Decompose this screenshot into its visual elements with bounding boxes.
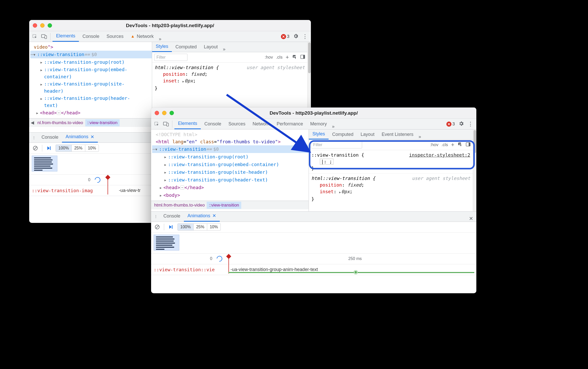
rule-source-link[interactable]: inspector-stylesheet:2 (409, 152, 470, 158)
replay-icon[interactable] (216, 255, 224, 263)
dom-tree[interactable]: <!DOCTYPE html> <html lang="en" class="f… (151, 129, 309, 201)
tab-memory[interactable]: Memory (307, 118, 330, 129)
subtab-layout[interactable]: Layout (200, 42, 221, 52)
dom-row[interactable]: ::view-transition-group(root) (30, 58, 152, 66)
more-subtabs-chevron[interactable]: » (417, 134, 423, 139)
close-tab-icon[interactable]: ✕ (212, 213, 216, 219)
ellipsis-icon[interactable]: ⋯ (57, 111, 61, 115)
dom-row-selected[interactable]: ⋯ ::view-transition == $0 (152, 145, 309, 153)
drawer-kebab-icon[interactable]: ⋮ (152, 211, 160, 222)
animation-preview-thumb[interactable] (154, 235, 179, 251)
kebab-menu-icon[interactable]: ⋮ (468, 121, 473, 127)
drawer-kebab-icon[interactable]: ⋮ (30, 132, 38, 143)
drawer-close-icon[interactable]: ✕ (469, 215, 476, 222)
close-tab-icon[interactable]: ✕ (90, 134, 94, 140)
breadcrumb-back-icon[interactable]: ◀ (29, 120, 35, 125)
drawer-tab-animations[interactable]: Animations ✕ (62, 132, 98, 143)
subtab-styles[interactable]: Styles (152, 42, 172, 52)
keyframe-end-icon[interactable] (354, 270, 358, 274)
inspect-icon[interactable] (31, 32, 39, 41)
device-toggle-icon[interactable] (40, 32, 48, 41)
panel-toggle-icon[interactable] (466, 142, 471, 148)
speed-100[interactable]: 100% (178, 224, 194, 230)
animation-overview[interactable] (151, 233, 476, 254)
drawer-tab-console[interactable]: Console (38, 132, 62, 143)
error-count[interactable]: ✕ 3 (446, 122, 455, 127)
tab-elements[interactable]: Elements (52, 31, 79, 42)
drawer-tab-console[interactable]: Console (160, 211, 184, 222)
tab-performance[interactable]: Performance (273, 118, 307, 129)
new-rule-icon[interactable]: + (451, 142, 454, 148)
style-rule-editing[interactable]: inspector-stylesheet:2 ::view-transition… (309, 150, 473, 173)
more-tabs-chevron[interactable]: » (330, 124, 336, 129)
speed-100[interactable]: 100% (56, 145, 72, 151)
tab-sources[interactable]: Sources (103, 31, 127, 42)
breadcrumb-item[interactable]: nl.from-thumbs.to-video (35, 119, 85, 126)
animation-row[interactable]: ::view-transition::vie -ua-view-transiti… (151, 264, 476, 275)
tab-elements[interactable]: Elements (174, 118, 201, 129)
rule-source[interactable]: user agent stylesheet (412, 175, 470, 182)
more-subtabs-chevron[interactable]: » (221, 47, 227, 52)
more-tabs-chevron[interactable]: » (157, 36, 163, 42)
settings-icon[interactable] (293, 33, 299, 40)
styles-filter-input[interactable]: Filter (311, 141, 362, 148)
new-rule-icon[interactable]: + (286, 54, 289, 61)
inspect-icon[interactable] (153, 120, 161, 128)
device-toggle-icon[interactable] (162, 120, 170, 128)
dom-row[interactable]: ::view-transition-group(site-header) (30, 80, 152, 95)
playhead-marker-icon[interactable] (105, 175, 110, 180)
subtab-computed[interactable]: Computed (329, 129, 357, 139)
animation-track[interactable] (228, 272, 474, 273)
dom-row-head[interactable]: <head>⋯</head> (152, 184, 309, 191)
playhead-marker-icon[interactable] (226, 254, 231, 259)
subtab-styles[interactable]: Styles (309, 129, 329, 139)
dom-row[interactable]: ::view-transition-group(header-text) (30, 95, 152, 109)
dom-row[interactable]: video"> (30, 44, 152, 51)
timeline-ruler[interactable]: 0 250 ms (151, 254, 476, 264)
replay-icon[interactable] (94, 176, 102, 184)
dom-row-head[interactable]: <head> ⋯ </head> (30, 109, 152, 117)
paint-icon[interactable] (292, 54, 297, 61)
tab-console[interactable]: Console (201, 118, 225, 129)
animation-preview-thumb[interactable] (32, 156, 57, 171)
subtab-layout[interactable]: Layout (357, 129, 378, 139)
cls-toggle[interactable]: .cls (442, 142, 448, 147)
breadcrumb-item[interactable]: html.from-thumbs.to-video (151, 202, 207, 209)
speed-25[interactable]: 25% (194, 224, 207, 230)
kebab-menu-icon[interactable]: ⋮ (302, 33, 308, 40)
breadcrumb-item-selected[interactable]: ::view-transition (85, 119, 120, 126)
dom-row[interactable]: ::view-transition-group(site-header) (152, 168, 309, 176)
cls-toggle[interactable]: .cls (276, 55, 283, 60)
clear-icon[interactable] (32, 145, 39, 152)
dom-row[interactable]: ::view-transition-group(header-text) (152, 176, 309, 184)
play-icon[interactable] (167, 223, 174, 231)
panel-toggle-icon[interactable] (300, 54, 305, 61)
vscroll[interactable] (473, 129, 476, 211)
hov-toggle[interactable]: :hov (430, 142, 438, 147)
error-count[interactable]: ✕ 3 (281, 34, 289, 39)
tab-network[interactable]: Network (249, 118, 273, 129)
rule-source[interactable]: user agent stylesheet (246, 64, 305, 71)
play-icon[interactable] (45, 145, 52, 152)
speed-10[interactable]: 10% (207, 224, 220, 230)
dom-row[interactable]: ::view-transition-group(embed-container) (152, 161, 309, 168)
hov-toggle[interactable]: :hov (265, 55, 273, 60)
dom-tree[interactable]: video"> ⋯ ::view-transition == $0 ::view… (29, 42, 152, 118)
subtab-event-listeners[interactable]: Event Listeners (378, 129, 417, 139)
style-rule[interactable]: user agent stylesheet html::view-transit… (152, 63, 307, 93)
settings-icon[interactable] (458, 121, 464, 127)
tab-console[interactable]: Console (79, 31, 103, 42)
speed-10[interactable]: 10% (85, 145, 99, 151)
dom-row[interactable]: ::view-transition-group(root) (152, 153, 309, 161)
tab-network[interactable]: ▲ Network (127, 31, 157, 42)
style-rule[interactable]: user agent stylesheet html::view-transit… (309, 173, 473, 204)
clear-icon[interactable] (154, 223, 161, 231)
ellipsis-icon[interactable]: ⋯ (180, 186, 184, 190)
dom-row-doctype[interactable]: <!DOCTYPE html> (152, 131, 309, 138)
speed-25[interactable]: 25% (72, 145, 85, 151)
dom-row[interactable]: ::view-transition-group(embed-container) (30, 66, 152, 80)
dom-row-html[interactable]: <html lang="en" class="from-thumbs to-vi… (152, 138, 309, 145)
dom-row-selected[interactable]: ⋯ ::view-transition == $0 (30, 51, 152, 58)
paint-icon[interactable] (457, 142, 463, 148)
subtab-computed[interactable]: Computed (172, 42, 200, 52)
